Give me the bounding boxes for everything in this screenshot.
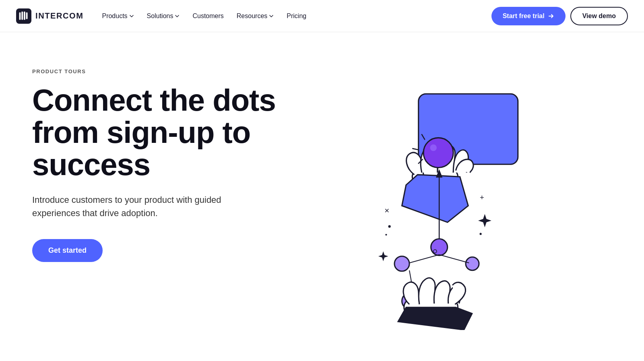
- svg-line-19: [409, 255, 439, 263]
- hero-subtitle: Introduce customers to your product with…: [32, 193, 242, 220]
- logo-link[interactable]: INTERCOM: [16, 8, 83, 24]
- svg-point-27: [480, 233, 482, 235]
- hero-illustration: × +: [306, 48, 539, 330]
- hero-title: Connect the dots from sign-up to success: [32, 84, 306, 180]
- svg-point-25: [388, 225, 391, 228]
- brand-name: INTERCOM: [35, 11, 83, 21]
- chevron-down-icon: [129, 14, 134, 19]
- svg-line-20: [439, 255, 469, 263]
- navbar: INTERCOM Products Solutions Customers Re…: [0, 0, 644, 32]
- svg-point-17: [466, 257, 479, 270]
- svg-point-15: [431, 239, 448, 256]
- start-trial-button[interactable]: Start free trial: [491, 7, 566, 25]
- svg-text:×: ×: [384, 206, 389, 215]
- nav-item-pricing[interactable]: Pricing: [281, 9, 312, 23]
- nav-ctas: Start free trial View demo: [491, 7, 628, 25]
- intercom-logo-icon: [16, 8, 31, 24]
- nav-item-products[interactable]: Products: [96, 9, 139, 23]
- hero-text: PRODUCT TOURS Connect the dots from sign…: [32, 60, 306, 262]
- svg-rect-3: [24, 11, 25, 20]
- hero-section: PRODUCT TOURS Connect the dots from sign…: [0, 32, 644, 361]
- get-started-button[interactable]: Get started: [32, 239, 103, 262]
- svg-point-9: [430, 144, 437, 151]
- arrow-right-icon: [548, 13, 554, 19]
- view-demo-button[interactable]: View demo: [570, 7, 628, 25]
- svg-rect-1: [19, 12, 21, 20]
- svg-text:+: +: [480, 193, 484, 202]
- product-tours-illustration: × +: [306, 48, 539, 330]
- chevron-down-icon: [269, 14, 274, 19]
- nav-item-customers[interactable]: Customers: [187, 9, 229, 23]
- svg-rect-4: [26, 12, 28, 19]
- nav-item-solutions[interactable]: Solutions: [141, 9, 186, 23]
- nav-item-resources[interactable]: Resources: [231, 9, 279, 23]
- svg-point-8: [423, 138, 453, 167]
- chevron-down-icon: [175, 14, 180, 19]
- svg-line-11: [413, 149, 418, 150]
- nav-links: Products Solutions Customers Resources P…: [96, 9, 491, 23]
- svg-rect-2: [21, 11, 23, 20]
- svg-point-16: [394, 256, 409, 271]
- svg-point-26: [385, 234, 387, 235]
- hero-eyebrow: PRODUCT TOURS: [32, 68, 306, 74]
